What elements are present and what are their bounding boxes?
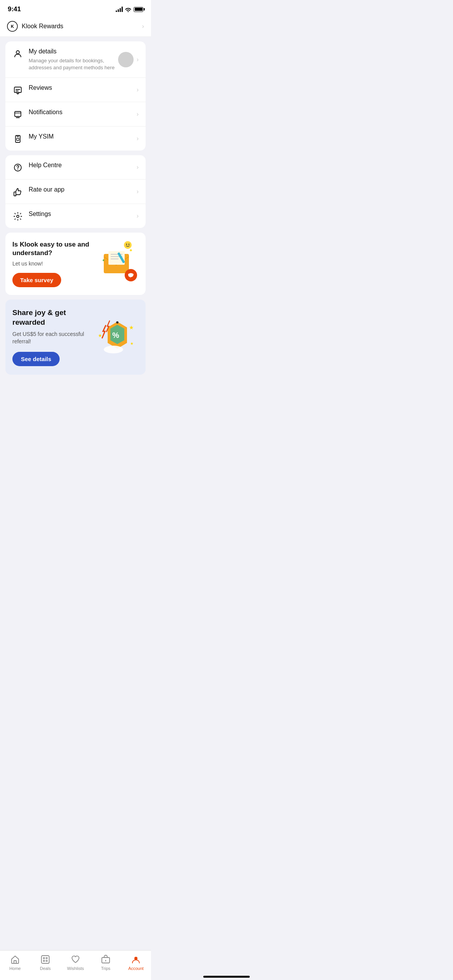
survey-subtitle: Let us know! (12, 260, 96, 267)
svg-text:★: ★ (130, 341, 134, 346)
klook-rewards-icon: K (7, 21, 18, 32)
svg-text:%: % (112, 331, 119, 339)
settings-chevron: › (137, 212, 139, 219)
rate-app-chevron: › (137, 188, 139, 195)
svg-rect-6 (17, 138, 19, 140)
my-details-subtitle: Manage your details for bookings, addres… (29, 57, 117, 71)
survey-card: Is Klook easy to use and understand? Let… (5, 233, 146, 295)
svg-point-20 (129, 244, 130, 245)
svg-text:✦: ✦ (129, 248, 133, 253)
klook-rewards-chevron: › (142, 23, 144, 30)
svg-text:★: ★ (98, 333, 102, 338)
thumbsup-icon (12, 187, 23, 197)
svg-point-29 (116, 321, 118, 324)
wifi-icon (125, 7, 131, 12)
see-details-button[interactable]: See details (12, 352, 60, 366)
survey-illustration: ✦ ✦ (100, 240, 139, 279)
reviews-chevron: › (137, 86, 139, 93)
help-centre-title: Help Centre (29, 161, 62, 170)
take-survey-button[interactable]: Take survey (12, 273, 61, 287)
reviews-icon (12, 85, 23, 96)
person-icon (12, 48, 23, 59)
referral-title: Share joy & get rewarded (12, 308, 92, 327)
klook-rewards-row[interactable]: K Klook Rewards › (0, 16, 151, 37)
svg-text:★: ★ (129, 324, 134, 331)
svg-point-9 (17, 215, 19, 218)
notifications-title: Notifications (29, 108, 62, 117)
help-centre-chevron: › (137, 164, 139, 171)
svg-point-8 (17, 169, 18, 170)
status-time: 9:41 (8, 5, 21, 13)
svg-point-18 (124, 241, 132, 249)
section1-card: My details Manage your details for booki… (5, 41, 146, 151)
referral-subtitle: Get US$5 for each successful referral! (12, 331, 92, 346)
svg-point-25 (104, 346, 123, 353)
status-bar: 9:41 (0, 0, 151, 16)
referral-illustration: % ★ ★ ★ (96, 318, 139, 356)
rate-app-item[interactable]: Rate our app › (5, 180, 146, 204)
my-ysim-item[interactable]: My YSIM › (5, 127, 146, 151)
settings-title: Settings (29, 210, 51, 218)
my-details-title: My details (29, 48, 117, 56)
klook-rewards-label: Klook Rewards (22, 23, 63, 30)
battery-icon (134, 7, 143, 12)
avatar (118, 52, 134, 67)
notifications-icon (12, 109, 23, 120)
help-icon (12, 162, 23, 173)
rate-app-title: Rate our app (29, 186, 65, 194)
my-ysim-chevron: › (137, 135, 139, 142)
svg-point-2 (16, 51, 19, 54)
reviews-item[interactable]: Reviews › (5, 78, 146, 102)
svg-point-19 (126, 244, 127, 245)
my-details-item[interactable]: My details Manage your details for booki… (5, 41, 146, 78)
settings-icon (12, 211, 23, 222)
my-ysim-title: My YSIM (29, 133, 54, 141)
svg-rect-3 (14, 87, 21, 93)
svg-rect-4 (15, 111, 21, 117)
status-icons (116, 7, 143, 12)
scroll-content: K Klook Rewards › My details Manage your… (0, 16, 151, 410)
svg-text:K: K (11, 24, 14, 29)
ysim-icon (12, 134, 23, 144)
help-centre-item[interactable]: Help Centre › (5, 155, 146, 180)
signal-icon (116, 7, 123, 12)
notifications-item[interactable]: Notifications › (5, 102, 146, 127)
notifications-chevron: › (137, 111, 139, 118)
referral-card: Share joy & get rewarded Get US$5 for ea… (5, 300, 146, 375)
reviews-title: Reviews (29, 84, 52, 92)
survey-title: Is Klook easy to use and understand? (12, 240, 96, 257)
section2-card: Help Centre › Rate our app › (5, 155, 146, 228)
settings-item[interactable]: Settings › (5, 204, 146, 228)
klook-rewards-left: K Klook Rewards (7, 21, 63, 32)
svg-text:✦: ✦ (102, 258, 105, 262)
my-details-chevron: › (137, 56, 139, 63)
